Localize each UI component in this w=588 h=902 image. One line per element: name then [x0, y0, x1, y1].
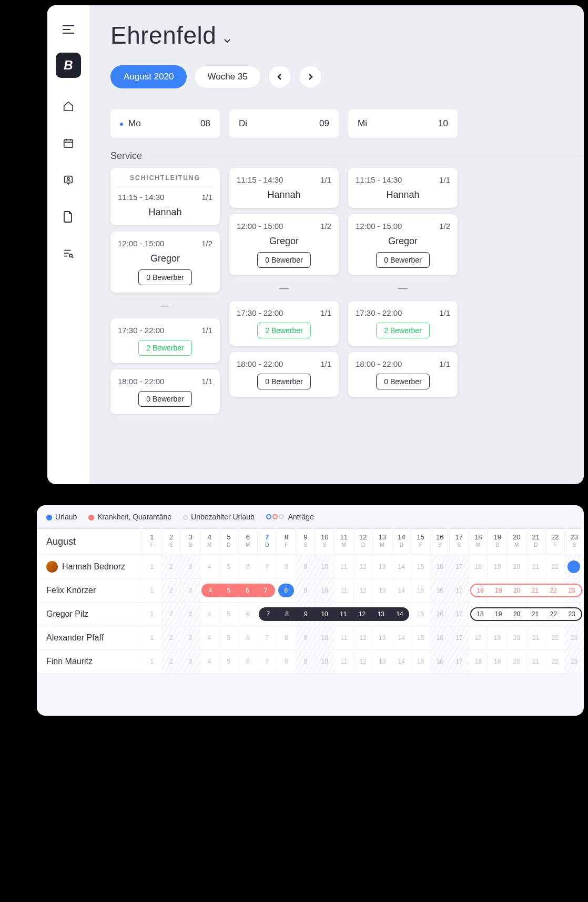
shift-card[interactable]: 18:00 - 22:001/10 Bewerber — [110, 369, 220, 414]
calendar-day-header[interactable]: 8F — [277, 529, 296, 555]
people-icon[interactable] — [58, 169, 79, 191]
calendar-cell[interactable]: 14 — [392, 650, 411, 673]
calendar-day-header[interactable]: 15F — [411, 529, 430, 555]
shift-card[interactable]: 18:00 - 22:001/10 Bewerber — [348, 352, 458, 397]
calendar-cell[interactable]: 13 — [372, 579, 392, 602]
calendar-day-header[interactable]: 12D — [353, 529, 373, 555]
calendar-cell[interactable]: 20 — [507, 650, 526, 673]
calendar-cell[interactable]: 11 — [334, 555, 353, 578]
calendar-day-header[interactable]: 17S — [449, 529, 469, 555]
calendar-cell[interactable]: 7 — [257, 650, 277, 673]
calendar-cell[interactable]: 5 — [219, 650, 238, 673]
calendar-cell[interactable]: 4 — [200, 603, 219, 626]
calendar-cell[interactable]: 7 — [257, 626, 277, 649]
calendar-cell[interactable]: 15 — [411, 603, 430, 626]
calendar-cell[interactable]: 22 — [545, 626, 565, 649]
applicants-chip[interactable]: 0 Bewerber — [138, 391, 192, 407]
calendar-cell[interactable]: 2 — [161, 579, 181, 602]
calendar-day-header[interactable]: 21D — [526, 529, 545, 555]
calendar-cell[interactable]: 17 — [449, 579, 469, 602]
calendar-day-header[interactable]: 2S — [161, 529, 181, 555]
absence-bar[interactable]: 4567 — [201, 584, 275, 597]
shift-card[interactable]: 11:15 - 14:301/1Hannah — [229, 168, 339, 208]
shift-card[interactable]: 12:00 - 15:001/2Gregor0 Bewerber — [229, 214, 339, 275]
calendar-cell[interactable]: 16 — [430, 579, 450, 602]
shift-card[interactable]: 18:00 - 22:001/10 Bewerber — [229, 352, 339, 397]
absence-bar[interactable]: 181920212223 — [470, 584, 582, 597]
calendar-cell[interactable]: 9 — [296, 626, 315, 649]
menu-icon[interactable] — [58, 19, 79, 40]
calendar-cell[interactable]: 7 — [257, 555, 277, 578]
calendar-cell[interactable]: 16 — [430, 603, 450, 626]
calendar-cell[interactable]: 18 — [469, 555, 488, 578]
person-name[interactable]: Felix Knörzer — [37, 586, 142, 595]
calendar-cell[interactable]: 10 — [315, 650, 334, 673]
calendar-cell[interactable]: 10 — [315, 579, 334, 602]
document-icon[interactable] — [58, 206, 79, 227]
person-name[interactable]: Gregor Pilz — [37, 609, 142, 619]
prev-button[interactable] — [268, 65, 291, 88]
calendar-cell[interactable]: 6 — [238, 603, 258, 626]
calendar-cell[interactable]: 6 — [238, 626, 258, 649]
calendar-cell[interactable]: 18 — [469, 650, 488, 673]
calendar-cell[interactable]: 1 — [142, 603, 161, 626]
calendar-cell[interactable]: 14 — [392, 555, 411, 578]
shift-card[interactable]: 12:00 - 15:001/2Gregor0 Bewerber — [348, 214, 458, 275]
calendar-cell[interactable]: 10 — [315, 626, 334, 649]
calendar-cell[interactable]: 19 — [488, 650, 507, 673]
calendar-cell[interactable]: 4 — [200, 650, 219, 673]
calendar-day-header[interactable]: 13M — [372, 529, 392, 555]
calendar-day-header[interactable]: 7D — [257, 529, 277, 555]
shift-card[interactable]: 12:00 - 15:001/2Gregor0 Bewerber — [110, 232, 220, 293]
calendar-cell[interactable]: 16 — [430, 555, 450, 578]
calendar-day-header[interactable]: 18M — [469, 529, 488, 555]
absence-bar[interactable]: 8 — [278, 584, 295, 597]
calendar-day-header[interactable]: 11M — [334, 529, 353, 555]
calendar-day-header[interactable]: 10S — [315, 529, 334, 555]
applicants-chip[interactable]: 2 Bewerber — [257, 323, 311, 338]
calendar-cell[interactable]: 1 — [142, 555, 161, 578]
calendar-cell[interactable]: 15 — [411, 555, 430, 578]
calendar-cell[interactable]: 16 — [430, 650, 450, 673]
calendar-day-header[interactable]: 6M — [238, 529, 258, 555]
calendar-cell[interactable]: 6 — [238, 650, 258, 673]
applicants-chip[interactable]: 0 Bewerber — [257, 252, 311, 268]
chevron-down-icon[interactable] — [224, 35, 231, 46]
calendar-cell[interactable]: 12 — [353, 650, 373, 673]
calendar-cell[interactable]: 3 — [180, 555, 200, 578]
calendar-cell[interactable]: 2 — [161, 626, 181, 649]
applicants-chip[interactable]: 2 Bewerber — [376, 323, 430, 338]
calendar-icon[interactable] — [58, 133, 79, 154]
person-name[interactable]: Finn Mauritz — [37, 657, 142, 666]
calendar-cell[interactable]: 21 — [526, 626, 545, 649]
applicants-chip[interactable]: 0 Bewerber — [376, 374, 430, 389]
calendar-cell[interactable]: 18 — [469, 626, 488, 649]
calendar-cell[interactable]: 14 — [392, 626, 411, 649]
calendar-cell[interactable]: 12 — [353, 579, 373, 602]
calendar-cell[interactable]: 9 — [296, 579, 315, 602]
calendar-cell[interactable]: 15 — [411, 626, 430, 649]
absence-bar[interactable]: 7891011121314 — [259, 607, 409, 621]
calendar-cell[interactable]: 11 — [334, 626, 353, 649]
person-name[interactable]: Alexander Pfaff — [37, 633, 142, 643]
calendar-cell[interactable]: 13 — [372, 555, 392, 578]
calendar-cell[interactable]: 5 — [219, 555, 238, 578]
calendar-cell[interactable]: 19 — [488, 555, 507, 578]
calendar-cell[interactable]: 1 — [142, 626, 161, 649]
search-list-icon[interactable] — [58, 243, 79, 264]
calendar-cell[interactable]: 16 — [430, 626, 450, 649]
day-header[interactable]: Mi10 — [348, 109, 458, 138]
calendar-cell[interactable]: 8 — [277, 555, 296, 578]
applicants-chip[interactable]: 0 Bewerber — [257, 374, 311, 389]
calendar-cell[interactable]: 8 — [277, 650, 296, 673]
logo-icon[interactable]: B — [56, 53, 81, 78]
calendar-day-header[interactable]: 22F — [545, 529, 565, 555]
calendar-cell[interactable]: 22 — [545, 555, 565, 578]
calendar-cell[interactable]: 12 — [353, 555, 373, 578]
calendar-day-header[interactable]: 3S — [180, 529, 200, 555]
calendar-cell[interactable]: 23 — [564, 626, 584, 649]
shift-card[interactable]: 17:30 - 22:001/12 Bewerber — [348, 301, 458, 346]
absence-bar[interactable]: 181920212223 — [470, 607, 582, 621]
calendar-day-header[interactable]: 14D — [392, 529, 411, 555]
calendar-cell[interactable]: 13 — [372, 650, 392, 673]
